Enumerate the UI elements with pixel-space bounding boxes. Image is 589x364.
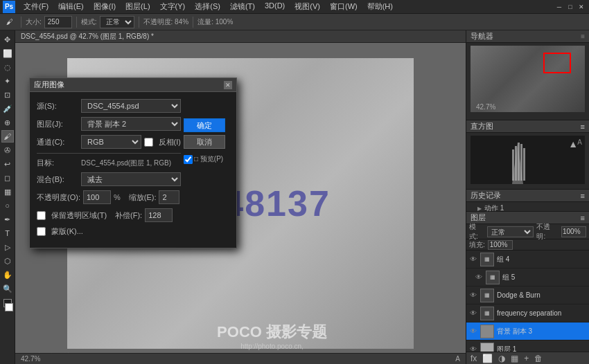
layer-layer1[interactable]: 👁 图层 1 [466,340,589,352]
history-item-action1[interactable]: ▶ 动作 1 [466,202,589,212]
background-color[interactable] [5,303,13,311]
layer-delete-button[interactable]: 🗑 [533,354,544,363]
layers-mode-select[interactable]: 正常 [487,226,534,237]
dialog-close-button[interactable]: ✕ [224,81,232,89]
menu-file[interactable]: 文件(F) [19,0,53,13]
layers-bottom-bar: fx ⬜ ◑ ▦ + 🗑 [466,352,589,364]
channel-select[interactable]: RGB [81,135,141,149]
blending-select[interactable]: 减去 [81,172,181,186]
dialog-channel-row: 通道(C): RGB 反相(I) [37,135,181,149]
layer-eye-bgc3[interactable]: 👁 [469,327,477,336]
menu-text[interactable]: 文字(Y) [156,0,190,13]
menu-edit[interactable]: 编辑(E) [54,0,88,13]
menu-help[interactable]: 帮助(H) [363,0,397,13]
tool-lasso[interactable]: ◌ [1,61,14,73]
canvas-content[interactable]: 848137 应用图像 ✕ 源(S): DSC_4554.psd [15,43,466,364]
menu-filter[interactable]: 滤镜(T) [226,0,259,13]
layers-fill-label: 填充: [469,240,485,250]
dialog-inner: 源(S): DSC_4554.psd 图层(J): 背景 副本 2 [37,99,229,237]
layer-group5[interactable]: 👁 ▦ 组 5 [466,269,589,286]
tool-clone-stamp[interactable]: ✇ [1,144,14,156]
tool-hand[interactable]: ✋ [1,269,14,281]
navigator-zoom-display: 42.7% [476,103,495,111]
preserve-checkbox[interactable] [37,211,46,220]
nav-expand-icon[interactable]: ≡ [581,33,585,40]
dialog-source-row: 源(S): DSC_4554.psd [37,99,181,113]
poco-text: POCO 摄影专题 [217,322,327,343]
toolbar-separator-1 [21,17,21,28]
layer-eye-l1[interactable]: 👁 [469,345,477,352]
toolbar-mode-label: 模式: [81,17,97,27]
tool-select-rect[interactable]: ⬜ [1,47,14,60]
invert-checkbox[interactable] [144,138,153,147]
tool-magic-wand[interactable]: ✦ [1,75,14,87]
layers-header: 图层 ≡ [466,212,589,224]
tool-brush-icon[interactable]: 🖌 [1,130,14,143]
layer-eye-fs[interactable]: 👁 [469,309,477,318]
menu-window[interactable]: 窗口(W) [326,0,362,13]
layers-expand-icon[interactable]: ≡ [581,214,585,222]
layer-eye-db[interactable]: 👁 [469,291,477,300]
cancel-button[interactable]: 取消 [184,135,225,149]
tool-eyedropper[interactable]: 💉 [1,102,14,115]
tool-crop[interactable]: ⊡ [1,89,14,101]
tool-text[interactable]: T [1,227,14,239]
layer-new-button[interactable]: + [522,354,530,363]
tool-dodge[interactable]: ○ [1,199,14,212]
menu-image[interactable]: 图像(I) [89,0,120,13]
tool-pen[interactable]: ✒ [1,213,14,226]
layer-bg-copy3[interactable]: 👁 背景 副本 3 [466,322,589,340]
menu-select[interactable]: 选择(S) [191,0,225,13]
dialog-titlebar: 应用图像 ✕ [30,78,236,92]
preview-checkbox[interactable] [184,155,193,164]
blend-mode-select[interactable]: 正常 [100,16,134,28]
minimize-button[interactable]: ─ [554,2,564,12]
menu-layer[interactable]: 图层(L) [121,0,154,13]
tool-gradient[interactable]: ▦ [1,185,14,198]
tool-move[interactable]: ✥ [1,33,14,46]
layer-select[interactable]: 背景 副本 2 [81,117,181,131]
layer-group-button[interactable]: ▦ [509,354,520,363]
layers-fill-row: 填充: [466,239,589,251]
scale-label: 缩放(E): [129,192,157,203]
history-expand-icon[interactable]: ≡ [581,192,585,200]
navigator-viewport-rect[interactable] [543,53,571,73]
histogram-expand-icon[interactable]: ≡ [581,122,585,131]
tool-spot-heal[interactable]: ⊕ [1,116,14,129]
layers-fill-input[interactable] [488,240,513,250]
layer-mask-button[interactable]: ⬜ [481,354,494,363]
menu-view[interactable]: 视图(V) [290,0,324,13]
svg-rect-4 [523,148,525,181]
menu-3d[interactable]: 3D(D) [261,0,289,13]
maximize-button[interactable]: □ [565,2,575,12]
brush-size-input[interactable] [44,16,72,28]
tool-brush[interactable]: 🖌 [3,16,17,28]
mask-checkbox[interactable] [37,227,46,236]
layer-eye-group4[interactable]: 👁 [469,255,477,264]
layer-fx-button[interactable]: fx [469,354,478,363]
layer-group4[interactable]: 👁 ▦ 组 4 [466,251,589,269]
tool-history-brush[interactable]: ↩ [1,158,14,170]
layer-thumb-group4: ▦ [480,253,494,266]
tool-eraser[interactable]: ◻ [1,172,14,184]
source-select[interactable]: DSC_4554.psd [81,99,181,113]
tool-zoom[interactable]: 🔍 [1,282,14,295]
layers-opacity-input[interactable] [561,226,586,237]
ok-button[interactable]: 确定 [184,118,225,132]
scale-input[interactable] [159,190,179,204]
layer-freq-sep[interactable]: 👁 ▦ frequency separation [466,304,589,322]
opacity-input[interactable] [83,190,111,204]
history-header: 历史记录 ≡ [466,190,589,202]
tool-shape[interactable]: ⬡ [1,255,14,267]
tool-path-select[interactable]: ▷ [1,241,14,253]
layers-toolbar: 模式: 正常 不透明: [466,224,589,239]
layer-dodge-burn[interactable]: 👁 ▦ Dodge & Burn [466,286,589,304]
invert-label: 反相(I) [159,137,181,147]
layer-adj-button[interactable]: ◑ [497,354,507,363]
layer-thumb-bgc3 [480,325,494,338]
close-button[interactable]: ✕ [577,2,586,12]
navigator-title: 导航器 [471,31,493,42]
layer-eye-group5[interactable]: 👁 [475,273,483,282]
offset-input[interactable] [145,208,173,222]
toolbar-opacity-label: 不透明度: 84% [143,17,189,27]
